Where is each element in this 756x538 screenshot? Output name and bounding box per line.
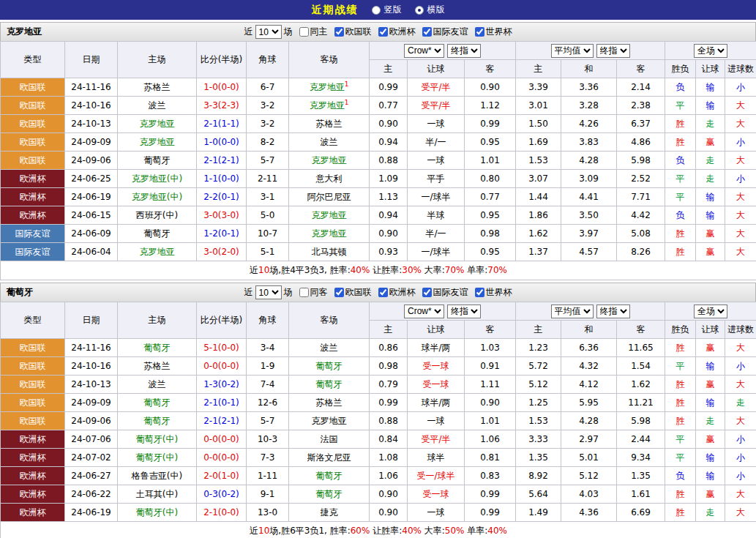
home-team: 葡萄牙 <box>118 339 197 357</box>
avg-home-odds: 1.53 <box>516 152 561 170</box>
comp-euro-checkbox[interactable] <box>378 27 388 37</box>
comp-filter-euro[interactable]: 欧洲杯 <box>374 26 416 38</box>
comp-filter-worldcup[interactable]: 世界杯 <box>471 286 512 299</box>
handicap-time-select[interactable]: 终指 <box>447 305 481 318</box>
comp-filter-friendly[interactable]: 国际友谊 <box>418 286 468 299</box>
away-team: 葡萄牙 <box>289 376 370 394</box>
match-row: 欧国联24-09-09葡萄牙2-1(0-1)12-6苏格兰0.99球半/两0.9… <box>1 394 756 412</box>
topbar: 近期战绩 竖版 横版 <box>0 0 756 20</box>
average-select[interactable]: 平均值 <box>551 44 594 58</box>
match-date: 24-09-09 <box>65 133 118 152</box>
comp-euro-checkbox[interactable] <box>378 288 388 297</box>
match-row: 欧国联24-10-16波兰3-3(2-3)3-2克罗地亚10.77受平/半1.1… <box>1 97 756 115</box>
comp-filter-euro[interactable]: 欧洲杯 <box>374 286 416 299</box>
comp-friendly-checkbox[interactable] <box>422 288 432 297</box>
avg-away-odds: 2.52 <box>617 170 665 188</box>
comp-worldcup-checkbox[interactable] <box>475 27 484 37</box>
match-date: 24-11-16 <box>65 78 118 97</box>
col-header-away: 客场 <box>289 42 370 78</box>
match-score: 1-0(0-0) <box>197 133 247 152</box>
corner-count: 5-7 <box>247 412 289 430</box>
home-team: 波兰 <box>118 376 197 394</box>
match-score: 5-1(0-0) <box>197 339 247 357</box>
handicap-home-odds: 1.06 <box>370 467 408 485</box>
same-venue-checkbox[interactable] <box>299 27 309 37</box>
average-select[interactable]: 平均值 <box>551 305 594 318</box>
team-label: 斯洛文尼亚 <box>307 452 351 463</box>
home-team: 克罗地亚 <box>118 133 197 152</box>
team-label: 克罗地亚 <box>312 228 347 239</box>
comp-worldcup-checkbox[interactable] <box>475 288 484 297</box>
handicap-home-odds: 0.88 <box>370 152 408 170</box>
avg-away-odds: 6.37 <box>617 115 665 133</box>
same-venue-filter[interactable]: 同客 <box>295 286 328 299</box>
comp-friendly-label: 国际友谊 <box>433 286 468 299</box>
match-row: 欧洲杯24-06-22土耳其(中)0-3(0-2)9-1葡萄牙0.90受一球0.… <box>1 485 756 504</box>
period-select[interactable]: 全场 <box>694 305 727 318</box>
handicap-away-odds: 0.95 <box>465 133 516 152</box>
subcol-header-handicap: 让球 <box>408 60 465 78</box>
away-team: 捷克 <box>289 504 370 522</box>
comp-filter-nations[interactable]: 欧国联 <box>330 286 372 299</box>
same-venue-label: 同主 <box>310 26 328 38</box>
home-team: 克罗地亚(中) <box>118 188 197 206</box>
match-score: 2-1(2-1) <box>197 412 247 430</box>
layout-vertical-option[interactable]: 竖版 <box>372 4 402 16</box>
match-date: 24-06-09 <box>65 225 118 243</box>
col-header-home: 主场 <box>118 302 197 339</box>
col-header-away: 客场 <box>289 302 370 339</box>
corner-count: 3-1 <box>247 188 289 206</box>
handicap-home-odds: 0.99 <box>370 394 408 412</box>
handicap-home-odds: 0.77 <box>370 97 408 115</box>
handicap-away-odds: 0.91 <box>465 357 516 376</box>
same-venue-filter[interactable]: 同主 <box>295 26 328 38</box>
comp-friendly-checkbox[interactable] <box>422 27 432 37</box>
comp-nations-checkbox[interactable] <box>334 288 344 297</box>
result-goals: 大 <box>725 243 756 261</box>
filter-suffix-label: 场 <box>284 26 293 38</box>
handicap-time-select[interactable]: 终指 <box>447 44 481 58</box>
handicap-away-odds: 0.90 <box>465 78 516 97</box>
average-time-select[interactable]: 终指 <box>596 305 630 318</box>
match-row: 欧国联24-09-06葡萄牙2-1(2-1)5-7克罗地亚0.88一球1.011… <box>1 152 756 170</box>
team-name: 克罗地亚 <box>7 26 42 38</box>
handicap-home-odds: 0.94 <box>370 133 408 152</box>
match-score: 2-1(0-0) <box>197 504 247 522</box>
result-goals: 走 <box>725 394 756 412</box>
avg-draw-odds: 3.36 <box>561 78 617 97</box>
match-row: 欧国联24-09-06葡萄牙2-1(2-1)5-7克罗地亚0.88一球1.011… <box>1 412 756 430</box>
average-time-select[interactable]: 终指 <box>596 44 630 58</box>
layout-horizontal-option[interactable]: 横版 <box>415 4 445 16</box>
handicap-line: 一/球半 <box>408 243 465 261</box>
avg-away-odds: 6.69 <box>617 504 665 522</box>
result-goals: 小 <box>725 78 756 97</box>
same-venue-checkbox[interactable] <box>299 288 309 297</box>
section-header: 葡萄牙 近 10 场 同客 欧国联 欧洲杯 国际友谊 世界 <box>0 283 756 302</box>
bookmaker-select[interactable]: Crow* <box>404 305 444 318</box>
match-count-select[interactable]: 10 <box>255 285 282 299</box>
subcol-header-handicap-result: 让球 <box>696 60 725 78</box>
avg-home-odds: 1.69 <box>516 133 561 152</box>
match-row: 欧国联24-09-09克罗地亚1-0(0-0)8-2波兰0.94半/一0.951… <box>1 133 756 152</box>
team-label: 捷克 <box>321 507 338 518</box>
handicap-away-odds: 0.81 <box>465 449 516 467</box>
away-team: 北马其顿 <box>289 243 370 261</box>
result-outcome: 胜 <box>665 243 696 261</box>
handicap-away-odds: 0.80 <box>465 170 516 188</box>
match-date: 24-06-27 <box>65 467 118 485</box>
period-select[interactable]: 全场 <box>694 44 727 58</box>
team-label: 葡萄牙 <box>316 379 343 389</box>
bookmaker-select[interactable]: Crow* <box>404 44 444 58</box>
match-count-select[interactable]: 10 <box>255 25 282 39</box>
result-handicap: 走 <box>696 504 725 522</box>
comp-filter-worldcup[interactable]: 世界杯 <box>471 26 512 38</box>
comp-filter-nations[interactable]: 欧国联 <box>330 26 372 38</box>
comp-nations-checkbox[interactable] <box>334 27 344 37</box>
competition-badge: 国际友谊 <box>1 243 65 261</box>
match-row: 欧国联24-10-13波兰1-3(0-2)7-4葡萄牙0.79受一球1.115.… <box>1 376 756 394</box>
away-team: 阿尔巴尼亚 <box>289 188 370 206</box>
result-goals: 大 <box>725 376 756 394</box>
handicap-line: 半球 <box>408 206 465 225</box>
comp-filter-friendly[interactable]: 国际友谊 <box>418 26 468 38</box>
result-outcome: 胜 <box>665 115 696 133</box>
